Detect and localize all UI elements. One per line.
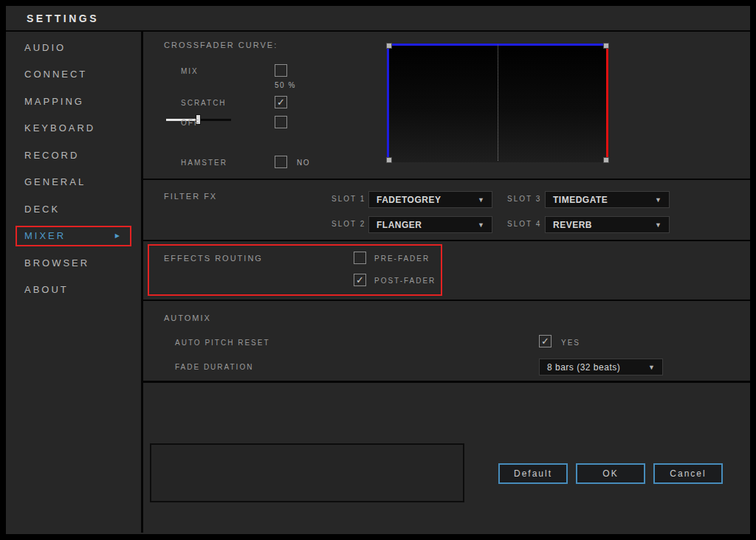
slider-track-empty: [199, 119, 231, 121]
dropdown-arrow-icon: ▼: [648, 364, 655, 371]
footer-section: Default OK Cancel: [143, 383, 750, 533]
sidebar-item-label: RECORD: [24, 150, 79, 161]
sidebar-item-about[interactable]: ABOUT: [6, 277, 141, 304]
scratch-checkbox[interactable]: [275, 96, 287, 108]
fade-duration-dropdown[interactable]: 8 bars (32 beats) ▼: [539, 359, 663, 375]
slot3-label: SLOT 3: [507, 195, 541, 203]
sidebar-item-keyboard[interactable]: KEYBOARD: [6, 115, 141, 142]
effects-routing-label: EFFECTS ROUTING: [164, 254, 263, 263]
slot4-value: REVERB: [553, 220, 592, 230]
slot4-label: SLOT 4: [507, 220, 541, 228]
mix-checkbox[interactable]: [275, 64, 287, 77]
crossfader-curve-section: CROSSFADER CURVE: MIX 50 % SCRATCH OFF H…: [143, 32, 750, 180]
sidebar-item-label: MAPPING: [24, 96, 84, 107]
curve-line-blue-left: [387, 44, 389, 162]
description-box: [150, 443, 464, 502]
sidebar-item-mapping[interactable]: MAPPING: [6, 88, 141, 115]
sidebar-item-label: ABOUT: [24, 284, 69, 295]
filter-fx-section: FILTER FX SLOT 1 FADETOGREY ▼ SLOT 2 FLA…: [143, 180, 750, 241]
post-fader-checkbox[interactable]: [354, 274, 366, 286]
slot1-value: FADETOGREY: [377, 195, 441, 205]
sidebar-item-label: DECK: [24, 204, 60, 215]
post-fader-label: POST-FADER: [374, 277, 436, 285]
slider-value: 50 %: [275, 81, 296, 89]
hamster-value: NO: [297, 159, 310, 167]
dialog-buttons: Default OK Cancel: [498, 463, 723, 484]
off-label: OFF: [181, 119, 200, 127]
curve-handle-top-right[interactable]: [603, 43, 609, 49]
sidebar-item-label: CONNECT: [24, 69, 87, 80]
sidebar-item-label: KEYBOARD: [24, 122, 95, 134]
sidebar-item-record[interactable]: RECORD: [6, 142, 141, 169]
pre-fader-checkbox[interactable]: [354, 252, 366, 264]
mix-label: MIX: [181, 67, 199, 75]
curve-handle-top-left[interactable]: [386, 43, 392, 49]
fade-duration-label: FADE DURATION: [175, 363, 253, 371]
fade-duration-value: 8 bars (32 beats): [547, 362, 620, 373]
chevron-right-icon: ▶: [115, 232, 120, 239]
crossfader-curve-label: CROSSFADER CURVE:: [164, 41, 278, 49]
sidebar: AUDIO CONNECT MAPPING KEYBOARD RECORD GE…: [6, 32, 143, 533]
window-title: SETTINGS: [27, 13, 99, 24]
settings-content: CROSSFADER CURVE: MIX 50 % SCRATCH OFF H…: [143, 32, 750, 533]
slot4-dropdown[interactable]: REVERB ▼: [545, 216, 670, 233]
sidebar-item-audio[interactable]: AUDIO: [6, 34, 141, 61]
slot3-dropdown[interactable]: TIMEDGATE ▼: [545, 191, 670, 208]
sidebar-item-deck[interactable]: DECK: [6, 195, 141, 223]
hamster-label: HAMSTER: [181, 159, 227, 167]
sidebar-item-mixer[interactable]: MIXER ▶: [6, 223, 141, 250]
sidebar-item-label: MIXER: [24, 230, 66, 241]
crossfader-curve-graph[interactable]: [387, 44, 608, 162]
sidebar-item-general[interactable]: GENERAL: [6, 169, 141, 196]
dropdown-arrow-icon: ▼: [655, 221, 662, 229]
sidebar-item-connect[interactable]: CONNECT: [6, 61, 141, 89]
dropdown-arrow-icon: ▼: [478, 196, 484, 204]
default-button[interactable]: Default: [498, 463, 568, 484]
slot2-label: SLOT 2: [331, 220, 365, 228]
sidebar-item-label: BROWSER: [24, 257, 89, 269]
effects-routing-highlight-box: [148, 244, 442, 296]
off-checkbox[interactable]: [275, 116, 287, 128]
sidebar-item-label: GENERAL: [24, 176, 86, 187]
sidebar-item-browser[interactable]: BROWSER: [6, 249, 141, 277]
automix-label: AUTOMIX: [164, 314, 211, 322]
curve-handle-bottom-left[interactable]: [386, 157, 392, 163]
dropdown-arrow-icon: ▼: [478, 221, 484, 229]
sidebar-item-label: AUDIO: [24, 42, 66, 53]
auto-pitch-reset-value: YES: [561, 339, 580, 347]
scratch-label: SCRATCH: [181, 99, 227, 107]
hamster-checkbox[interactable]: [275, 156, 287, 168]
title-bar: SETTINGS: [6, 6, 750, 32]
settings-window: SETTINGS AUDIO CONNECT MAPPING KEYBOARD …: [6, 6, 750, 534]
curve-line-red-right: [606, 44, 608, 162]
slot2-dropdown[interactable]: FLANGER ▼: [368, 216, 492, 233]
filter-fx-label: FILTER FX: [164, 192, 217, 201]
curve-center-divider: [498, 45, 498, 161]
automix-section: AUTOMIX AUTO PITCH RESET YES FADE DURATI…: [143, 301, 750, 383]
pre-fader-label: PRE-FADER: [374, 255, 430, 263]
slot2-value: FLANGER: [377, 220, 422, 230]
dropdown-arrow-icon: ▼: [655, 196, 662, 204]
cancel-button[interactable]: Cancel: [653, 463, 723, 484]
slot3-value: TIMEDGATE: [553, 195, 608, 205]
curve-handle-bottom-right[interactable]: [603, 157, 609, 163]
effects-routing-section: EFFECTS ROUTING PRE-FADER POST-FADER: [143, 241, 750, 301]
auto-pitch-reset-label: AUTO PITCH RESET: [175, 339, 270, 347]
auto-pitch-reset-checkbox[interactable]: [539, 335, 551, 347]
ok-button[interactable]: OK: [576, 463, 645, 484]
slot1-label: SLOT 1: [331, 195, 365, 203]
slot1-dropdown[interactable]: FADETOGREY ▼: [368, 191, 492, 208]
